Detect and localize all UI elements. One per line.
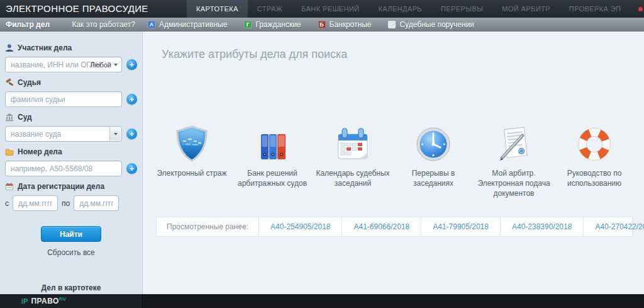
nav-item-moy-arbitr[interactable]: МОЙ АРБИТР (492, 0, 560, 18)
select-arrow-box (109, 127, 121, 140)
category-label: Административные (159, 20, 227, 29)
court-select[interactable]: название суда (5, 126, 122, 142)
filter-bar: Фильтр дел Как это работает? А Администр… (0, 18, 644, 31)
case-number-input-wrap (5, 161, 122, 176)
recent-case-link[interactable]: А40-270422/2018 (584, 217, 644, 236)
judge-input[interactable] (5, 91, 122, 107)
login-status-icon (638, 7, 643, 11)
app-logo[interactable]: ЭЛЕКТРОННОЕ ПРАВОСУДИЕ (0, 0, 187, 18)
courthouse-icon (5, 113, 14, 122)
participant-section-label: Участник дела (5, 43, 137, 52)
court-label: Суд (18, 113, 32, 122)
feature-label: Мой арбитр. Электронная подача документо… (474, 168, 554, 199)
category-court-orders[interactable]: Судебные поручения (388, 20, 474, 29)
court-orders-badge-icon (388, 21, 396, 28)
reg-date-row: с по (5, 195, 137, 211)
pravo-logo-mark-icon: iP (21, 297, 28, 305)
participant-role-dropdown[interactable]: Любой (90, 61, 118, 69)
feature-hearings-calendar[interactable]: Календарь судебных заседаний (313, 124, 393, 199)
folder-icon (5, 147, 14, 156)
document-pen-icon (496, 124, 531, 162)
pravo-logo-word: ПРАВО (31, 297, 58, 305)
recently-viewed-label: Просмотренные ранее: (157, 217, 259, 236)
case-number-input[interactable] (5, 161, 122, 176)
nav-item-kalendar[interactable]: КАЛЕНДАРЬ (369, 0, 431, 18)
feature-my-arbitr-filing[interactable]: Мой арбитр. Электронная подача документо… (474, 124, 554, 199)
category-civil[interactable]: Г Гражданские (244, 20, 301, 29)
feature-label: Перерывы в заседаниях (393, 168, 474, 188)
chevron-down-icon (114, 133, 118, 135)
search-filter-sidebar: Участник дела Любой + Судья (0, 31, 143, 294)
court-section-label: Суд (5, 113, 137, 122)
nav-item-bank-resheniy[interactable]: БАНК РЕШЕНИЙ (292, 0, 369, 18)
reg-date-section-label: Дата регистрации дела (5, 182, 137, 191)
judge-input-wrap (5, 91, 122, 107)
date-from-label: с (5, 199, 9, 208)
footer-bar: iP ПРАВОRU (0, 294, 644, 308)
app-window: ЭЛЕКТРОННОЕ ПРАВОСУДИЕ КАРТОТЕКА СТРАЖ Б… (0, 0, 644, 308)
participant-field-row: Любой + (5, 57, 137, 72)
court-field-row: название суда + (5, 126, 137, 142)
top-bar: ЭЛЕКТРОННОЕ ПРАВОСУДИЕ КАРТОТЕКА СТРАЖ Б… (0, 0, 644, 18)
category-label: Гражданские (255, 20, 301, 29)
content-area: Участник дела Любой + Судья (0, 31, 644, 294)
nav-item-kartoteka[interactable]: КАРТОТЕКА (187, 0, 248, 18)
person-icon (5, 43, 14, 52)
search-button[interactable]: Найти (41, 226, 101, 242)
search-hint-text: Укажите атрибуты дела для поиска (162, 48, 644, 61)
category-bankruptcy[interactable]: Б Банкротные (318, 20, 372, 29)
case-category-tabs: А Административные Г Гражданские Б Банкр… (148, 20, 474, 29)
feature-label: Электронный страж (157, 168, 227, 178)
calendar-icon (5, 182, 14, 191)
pravo-ru-logo[interactable]: iP ПРАВОRU (0, 294, 143, 308)
feature-shortcuts: Электронный страж (152, 124, 644, 199)
feature-label: Руководство по использованию (554, 168, 635, 188)
feature-label: Календарь судебных заседаний (313, 168, 393, 188)
binders-icon (255, 124, 290, 162)
add-judge-button[interactable]: + (126, 94, 137, 105)
category-administrative[interactable]: А Административные (148, 20, 227, 29)
category-label: Банкротные (330, 20, 372, 29)
main-panel: Укажите атрибуты дела для поиска (143, 31, 644, 294)
recent-case-link[interactable]: А40-254905/2018 (259, 217, 342, 236)
feature-hearing-breaks[interactable]: Перерывы в заседаниях (393, 124, 474, 199)
filter-title: Фильтр дел (6, 20, 50, 29)
feature-decisions-bank[interactable]: Банк решений арбитражных судов (232, 124, 313, 199)
pravo-logo-text: ПРАВОRU (31, 297, 66, 305)
reg-date-label: Дата регистрации дела (18, 182, 104, 191)
pravo-logo-sup: RU (59, 297, 66, 301)
feature-electronic-guard[interactable]: Электронный страж (152, 124, 232, 199)
add-participant-button[interactable]: + (126, 59, 137, 70)
add-case-number-button[interactable]: + (126, 163, 137, 174)
case-number-field-row: + (5, 161, 137, 176)
nav-item-strazh[interactable]: СТРАЖ (248, 0, 292, 18)
recent-case-link[interactable]: А41-79905/2018 (421, 217, 501, 236)
judge-section-label: Судья (5, 78, 137, 87)
clock-icon (416, 124, 451, 162)
calendar-large-icon (335, 124, 371, 162)
court-select-placeholder: название суда (11, 130, 61, 139)
feature-user-guide[interactable]: Руководство по использованию (554, 124, 635, 199)
chevron-down-icon (114, 64, 118, 66)
judge-label: Судья (18, 78, 41, 87)
reset-all-link[interactable]: Сбросить все (5, 248, 137, 257)
recently-viewed-bar: Просмотренные ранее: А40-254905/2018 А41… (156, 217, 633, 237)
bankruptcy-badge-icon: Б (318, 21, 326, 28)
date-from-input[interactable] (13, 195, 58, 211)
date-to-label: по (62, 199, 70, 208)
login-button[interactable]: ВОЙТИ (630, 0, 644, 18)
judge-field-row: + (5, 91, 137, 107)
add-court-button[interactable]: + (126, 128, 137, 139)
civil-badge-icon: Г (244, 21, 252, 28)
participant-role-value: Любой (90, 61, 111, 69)
nav-item-proverka-ep[interactable]: ПРОВЕРКА ЭП (560, 0, 631, 18)
recent-case-link[interactable]: А41-69066/2018 (342, 217, 421, 236)
recent-case-link[interactable]: А40-238390/2018 (501, 217, 584, 236)
shield-icon (175, 124, 209, 162)
cases-counter-label: Дел в картотеке (5, 283, 137, 292)
court-select-wrap: название суда (5, 126, 122, 142)
date-to-input[interactable] (74, 195, 119, 211)
how-it-works-link[interactable]: Как это работает? (72, 20, 135, 29)
nav-item-pereryvy[interactable]: ПЕРЕРЫВЫ (431, 0, 492, 18)
participant-input-wrap: Любой (5, 57, 122, 72)
